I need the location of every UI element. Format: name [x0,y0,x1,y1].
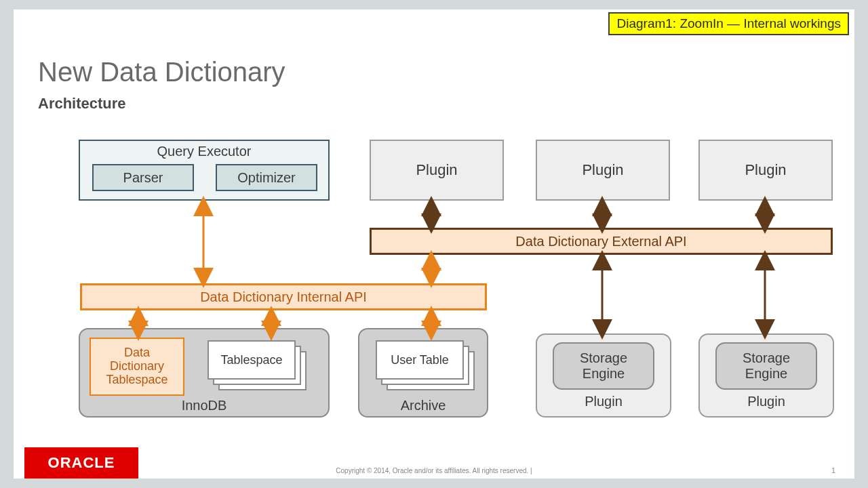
archive-box: User Table Archive [358,328,488,418]
diagram-callout: Diagram1: ZoomIn — Internal workings [608,12,849,35]
plugin-top-2: Plugin [536,140,670,201]
slide: Diagram1: ZoomIn — Internal workings New… [14,9,854,479]
page-number: 1 [831,466,835,474]
query-executor-box: Query Executor Parser Optimizer [79,140,330,201]
usertable-box: User Table [376,340,464,380]
plugin-top-1: Plugin [370,140,504,201]
internal-api-box: Data Dictionary Internal API [80,283,487,310]
external-api-box: Data Dictionary External API [370,228,833,255]
storage-plugin-1-label: Plugin [585,394,623,409]
tablespace-box: Tablespace [208,340,296,380]
innodb-label: InnoDB [80,398,328,413]
storage-plugin-1: Storage Engine Plugin [536,333,671,418]
copyright-footer: Copyright © 2014, Oracle and/or its affi… [14,467,854,474]
optimizer-box: Optimizer [216,164,317,191]
archive-label: Archive [359,398,487,413]
slide-subtitle: Architecture [38,95,126,113]
dd-tablespace-box: Data Dictionary Tablespace [90,338,184,396]
innodb-box: Data Dictionary Tablespace Tablespace In… [79,328,330,418]
storage-engine-2: Storage Engine [715,342,817,390]
storage-engine-1: Storage Engine [553,342,654,390]
plugin-top-3: Plugin [698,140,833,201]
storage-plugin-2-label: Plugin [747,394,785,409]
storage-plugin-2: Storage Engine Plugin [698,333,834,418]
parser-box: Parser [92,164,194,191]
slide-title: New Data Dictionary [38,57,285,87]
query-executor-title: Query Executor [80,144,328,159]
